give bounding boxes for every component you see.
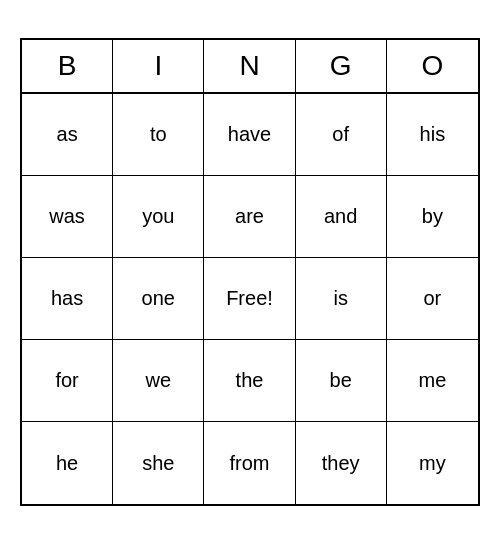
bingo-cell: or	[387, 258, 478, 340]
bingo-cell: by	[387, 176, 478, 258]
bingo-card: BINGO astohaveofhiswasyouareandbyhasoneF…	[20, 38, 480, 506]
bingo-header: BINGO	[22, 40, 478, 94]
bingo-cell: are	[204, 176, 295, 258]
bingo-cell: as	[22, 94, 113, 176]
bingo-cell: Free!	[204, 258, 295, 340]
bingo-cell: his	[387, 94, 478, 176]
bingo-cell: be	[296, 340, 387, 422]
bingo-grid: astohaveofhiswasyouareandbyhasoneFree!is…	[22, 94, 478, 504]
bingo-cell: has	[22, 258, 113, 340]
bingo-header-letter: B	[22, 40, 113, 92]
bingo-cell: me	[387, 340, 478, 422]
bingo-cell: one	[113, 258, 204, 340]
bingo-cell: is	[296, 258, 387, 340]
bingo-cell: to	[113, 94, 204, 176]
bingo-cell: the	[204, 340, 295, 422]
bingo-header-letter: G	[296, 40, 387, 92]
bingo-cell: was	[22, 176, 113, 258]
bingo-cell: she	[113, 422, 204, 504]
bingo-cell: we	[113, 340, 204, 422]
bingo-cell: they	[296, 422, 387, 504]
bingo-header-letter: O	[387, 40, 478, 92]
bingo-cell: and	[296, 176, 387, 258]
bingo-cell: of	[296, 94, 387, 176]
bingo-cell: for	[22, 340, 113, 422]
bingo-cell: from	[204, 422, 295, 504]
bingo-header-letter: I	[113, 40, 204, 92]
bingo-header-letter: N	[204, 40, 295, 92]
bingo-cell: my	[387, 422, 478, 504]
bingo-cell: you	[113, 176, 204, 258]
bingo-cell: he	[22, 422, 113, 504]
bingo-cell: have	[204, 94, 295, 176]
